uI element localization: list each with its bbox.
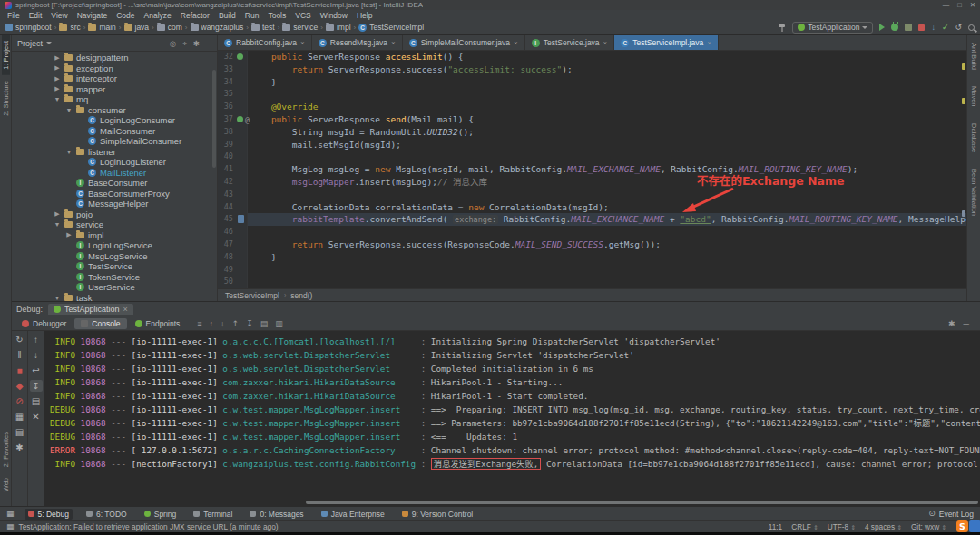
code-text[interactable]: public ServerResponse send(Mail mail) { xyxy=(248,113,474,126)
code-text[interactable]: return ServerResponse.success("accessLim… xyxy=(248,63,573,76)
step-up-icon[interactable]: ↑ xyxy=(30,334,43,345)
layout-icon[interactable]: ▤ xyxy=(14,426,26,438)
line-number[interactable]: 35 xyxy=(218,88,236,101)
mute-breakpoints-icon[interactable]: ⊘ xyxy=(14,395,26,407)
pause-icon[interactable]: ‖ xyxy=(14,349,26,361)
status-widget-git-wxw[interactable]: Git: wxw ⇕ xyxy=(911,522,946,531)
tree-item-MailListener[interactable]: MailListener xyxy=(12,168,217,179)
gutter[interactable] xyxy=(236,163,248,176)
menu-edit[interactable]: Edit xyxy=(24,11,47,20)
view-breakpoints-icon[interactable]: ◆ xyxy=(14,380,26,392)
code-text[interactable] xyxy=(248,88,250,101)
line-number[interactable]: 38 xyxy=(218,126,236,139)
tree-item-mapper[interactable]: ▶ mapper xyxy=(12,84,217,95)
step-down-icon[interactable]: ↓ xyxy=(30,349,43,361)
vcs-commit-icon[interactable]: ✓ xyxy=(942,24,949,32)
soft-wrap-icon[interactable]: ↩ xyxy=(30,365,43,376)
tree-item-LoginLogService[interactable]: LoginLogService xyxy=(12,240,217,251)
tool-button-maven[interactable]: Maven xyxy=(970,84,978,109)
tool-window-button-0-messages[interactable]: 0: Messages xyxy=(246,509,307,520)
gutter[interactable] xyxy=(236,126,248,139)
code-text[interactable]: String msgId = RandomUtil.UUID32(); xyxy=(248,126,474,139)
code-area[interactable]: 32 public ServerResponse accessLimit() {… xyxy=(218,51,966,288)
build-hammer-icon[interactable] xyxy=(778,24,786,32)
tree-item-service[interactable]: ▼ service xyxy=(12,219,217,230)
locate-icon[interactable]: ◎ xyxy=(170,39,176,48)
tree-item-MsgLogService[interactable]: MsgLogService xyxy=(12,251,217,262)
status-widget-4-spaces[interactable]: 4 spaces ⇕ xyxy=(865,522,902,531)
menu-refactor[interactable]: Refactor xyxy=(176,11,214,20)
gutter[interactable] xyxy=(236,51,248,63)
breadcrumb-src[interactable]: src xyxy=(59,23,80,32)
line-number[interactable]: 49 xyxy=(218,264,236,277)
tree-item-consumer[interactable]: ▼ consumer xyxy=(12,105,217,116)
tree-item-listener[interactable]: ▼ listener xyxy=(12,147,217,158)
gutter[interactable] xyxy=(236,226,248,238)
revert-icon[interactable]: ↺ xyxy=(955,24,962,32)
tool-button-bean-validation[interactable]: Bean Validation xyxy=(970,167,978,218)
breadcrumb-springboot[interactable]: springboot xyxy=(5,23,52,32)
close-button[interactable]: ✕ xyxy=(970,1,975,9)
line-number[interactable]: 40 xyxy=(218,151,236,163)
tool-window-button-6-todo[interactable]: 6: TODO xyxy=(83,509,131,520)
code-text[interactable]: return ServerResponse.success(ResponseCo… xyxy=(248,238,661,251)
minimize-button[interactable]: — xyxy=(943,1,950,9)
tool-button-database[interactable]: Database xyxy=(970,122,978,154)
breadcrumb-java[interactable]: java xyxy=(124,23,150,32)
tab-RabbitConfig.java[interactable]: RabbitConfig.java× xyxy=(218,35,312,50)
status-widget-crlf[interactable]: CRLF ⇕ xyxy=(791,522,818,531)
debug-tab-debugger[interactable]: Debugger xyxy=(15,318,73,329)
line-number[interactable]: 50 xyxy=(218,276,236,288)
rerun-icon[interactable]: ↻ xyxy=(14,334,26,345)
gutter[interactable] xyxy=(236,201,248,214)
gutter-override-icon[interactable] xyxy=(237,54,243,60)
tab-TestServiceImpl.java[interactable]: TestServiceImpl.java× xyxy=(614,35,719,50)
tab-SimpleMailConsumer.java[interactable]: SimpleMailConsumer.java× xyxy=(403,35,525,50)
tool-button-web[interactable]: Web xyxy=(2,472,10,497)
editor-crumb-1[interactable]: send() xyxy=(290,291,312,300)
gutter[interactable] xyxy=(236,151,248,163)
gutter[interactable] xyxy=(236,63,248,76)
breadcrumb-test[interactable]: test xyxy=(251,23,275,32)
code-text[interactable]: } xyxy=(248,251,277,264)
breadcrumb-impl[interactable]: impl xyxy=(326,23,351,32)
tool-window-button-spring[interactable]: Spring xyxy=(141,509,181,520)
code-text[interactable]: public ServerResponse accessLimit() { xyxy=(248,51,464,63)
gutter[interactable] xyxy=(236,139,248,151)
debug-settings-icon[interactable]: ✱ xyxy=(948,319,956,328)
menu-navigate[interactable]: Navigate xyxy=(73,11,113,20)
tree-item-SimpleMailConsumer[interactable]: SimpleMailConsumer xyxy=(12,136,217,147)
tool-window-button-5-debug[interactable]: 5: Debug xyxy=(24,509,74,520)
close-icon[interactable]: × xyxy=(391,39,396,47)
close-icon[interactable]: × xyxy=(123,305,128,314)
tree-item-mq[interactable]: ▼ mq xyxy=(12,94,217,105)
console-toolbar-icon[interactable]: ▤ xyxy=(260,319,269,328)
line-number[interactable]: 44 xyxy=(218,201,236,214)
tree-item-MessageHelper[interactable]: MessageHelper xyxy=(12,199,217,209)
console-toolbar-icon[interactable]: ↧ xyxy=(246,319,253,328)
menu-vcs[interactable]: VCS xyxy=(290,11,315,20)
run-configuration-dropdown[interactable]: TestApplication xyxy=(792,22,873,34)
close-icon[interactable]: × xyxy=(514,39,518,47)
close-icon[interactable]: × xyxy=(707,39,711,47)
line-number[interactable]: 32 xyxy=(218,51,236,63)
coverage-icon[interactable] xyxy=(905,24,912,31)
close-icon[interactable]: × xyxy=(603,39,608,47)
tool-window-button-terminal[interactable]: Terminal xyxy=(190,509,236,520)
gutter-override-icon[interactable] xyxy=(237,116,243,122)
code-text[interactable] xyxy=(248,276,250,288)
stop-icon[interactable]: ■ xyxy=(14,365,26,376)
menu-help[interactable]: Help xyxy=(352,11,377,20)
console-toolbar-icon[interactable]: ↓ xyxy=(220,319,225,328)
print-icon[interactable]: ▤ xyxy=(30,395,43,407)
status-widget-utf-8[interactable]: UTF-8 ⇕ xyxy=(828,522,856,531)
gutter[interactable] xyxy=(236,88,248,101)
tab-TestService.java[interactable]: TestService.java× xyxy=(525,35,615,50)
menu-file[interactable]: File xyxy=(3,11,24,20)
toolwindow-switcher-icon[interactable]: ▦ xyxy=(6,510,15,518)
breadcrumb-service[interactable]: service xyxy=(282,23,318,32)
code-text[interactable] xyxy=(248,189,250,201)
hide-panel-icon[interactable]: ─ xyxy=(964,319,969,328)
tool-button-2-favorites[interactable]: 2: Favorites xyxy=(2,426,10,472)
tab-ResendMsg.java[interactable]: ResendMsg.java× xyxy=(312,35,403,50)
